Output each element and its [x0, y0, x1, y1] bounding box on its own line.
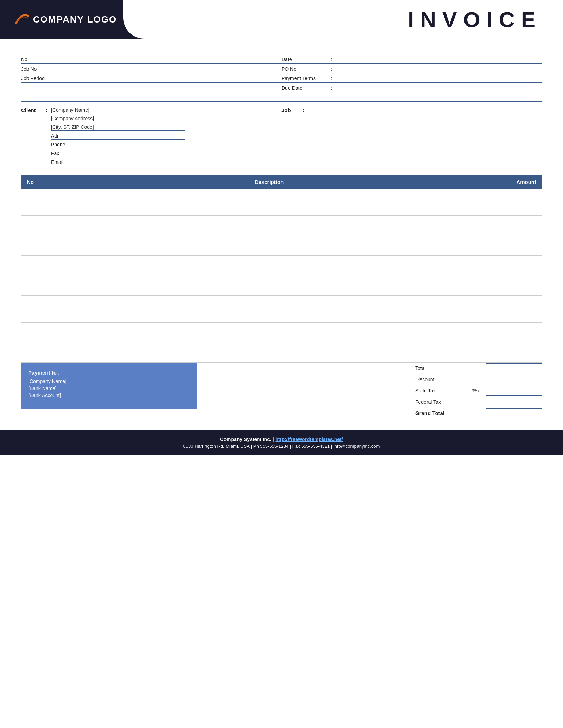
table-row — [21, 336, 542, 349]
jobperiod-field: Job Period : — [21, 75, 282, 83]
total-label: State Tax — [415, 388, 472, 394]
terms-label: Payment Terms — [282, 76, 331, 81]
logo-icon — [14, 12, 30, 26]
attn-row: Attn : — [51, 133, 185, 140]
total-row-1: Discount — [211, 375, 542, 384]
cell-no — [21, 349, 53, 362]
cell-amount — [486, 282, 542, 295]
client-section: Client : [Company Name] [Company Address… — [21, 107, 282, 168]
payment-account: [Bank Account] — [28, 392, 190, 398]
footer-company: Company System Inc. | — [220, 436, 275, 442]
payment-box: Payment to : [Company Name] [Bank Name] … — [21, 363, 197, 409]
job-line-4 — [308, 136, 442, 143]
company-name-field: [Company Name] — [51, 107, 185, 114]
fax-row: Fax : — [51, 150, 185, 157]
footer-link[interactable]: http://freewordtemplates.net/ — [276, 436, 343, 442]
totals-rows: Total Discount State Tax 3% Federal Tax … — [211, 363, 542, 418]
phone-label: Phone — [51, 142, 79, 147]
table-row — [21, 229, 542, 242]
cell-desc — [53, 255, 486, 269]
client-label: Client — [21, 107, 46, 113]
table-row — [21, 322, 542, 336]
cell-no — [21, 282, 53, 295]
top-fields-left: No : Job No : Job Period : — [21, 56, 282, 94]
table-row — [21, 215, 542, 229]
cell-desc — [53, 189, 486, 202]
top-divider — [21, 101, 542, 102]
payment-title: Payment to : — [28, 370, 190, 376]
city-zip-field: [City, ST, ZIP Code] — [51, 124, 185, 131]
invoice-title-area: INVOICE — [151, 0, 563, 39]
total-value-box — [486, 386, 542, 396]
table-row — [21, 242, 542, 255]
total-value-box — [486, 397, 542, 407]
duedate-field: Due Date : — [282, 85, 542, 92]
cell-amount — [486, 309, 542, 322]
table-header: No Description Amount — [21, 175, 542, 189]
pono-field: PO No : — [282, 66, 542, 73]
total-value-box — [486, 408, 542, 418]
bottom-section: Payment to : [Company Name] [Bank Name] … — [21, 363, 542, 420]
table-row — [21, 282, 542, 295]
email-label: Email — [51, 159, 79, 165]
cell-no — [21, 269, 53, 282]
cell-amount — [486, 242, 542, 255]
total-row-3: Federal Tax — [211, 397, 542, 407]
cell-amount — [486, 322, 542, 336]
cell-amount — [486, 255, 542, 269]
cell-desc — [53, 202, 486, 215]
table-row — [21, 202, 542, 215]
no-field: No : — [21, 56, 282, 64]
invoice-title: INVOICE — [408, 7, 542, 32]
cell-amount — [486, 189, 542, 202]
fax-label: Fax — [51, 151, 79, 156]
cell-no — [21, 229, 53, 242]
no-label: No — [21, 57, 70, 62]
company-logo: COMPANY LOGO — [14, 12, 117, 26]
total-value-box — [486, 363, 542, 373]
total-label: Total — [415, 365, 472, 371]
table-body — [21, 189, 542, 362]
payment-bank: [Bank Name] — [28, 385, 190, 391]
job-section: Job : — [282, 107, 542, 168]
cell-desc — [53, 269, 486, 282]
cell-no — [21, 215, 53, 229]
cell-desc — [53, 295, 486, 309]
cell-amount — [486, 269, 542, 282]
table-row — [21, 269, 542, 282]
table-row — [21, 309, 542, 322]
main-content: No : Job No : Job Period : Date : — [0, 39, 563, 420]
jobno-field: Job No : — [21, 66, 282, 73]
client-job-section: Client : [Company Name] [Company Address… — [21, 107, 542, 168]
table-row — [21, 349, 542, 362]
total-label: Discount — [415, 377, 472, 382]
phone-row: Phone : — [51, 141, 185, 148]
total-value-box — [486, 375, 542, 384]
cell-amount — [486, 215, 542, 229]
cell-desc — [53, 229, 486, 242]
cell-no — [21, 255, 53, 269]
table-row — [21, 295, 542, 309]
total-row-2: State Tax 3% — [211, 386, 542, 396]
total-row-0: Total — [211, 363, 542, 373]
footer-line1: Company System Inc. | http://freewordtem… — [7, 436, 556, 442]
cell-no — [21, 336, 53, 349]
totals-area: Total Discount State Tax 3% Federal Tax … — [197, 363, 542, 420]
email-row: Email : — [51, 159, 185, 166]
invoice-table: No Description Amount — [21, 175, 542, 363]
col-no: No — [21, 175, 53, 189]
job-line-3 — [308, 126, 442, 134]
col-amount: Amount — [486, 175, 542, 189]
jobno-label: Job No — [21, 66, 70, 72]
table-row — [21, 255, 542, 269]
payment-company: [Company Name] — [28, 378, 190, 384]
cell-desc — [53, 309, 486, 322]
total-label: Grand Total — [415, 410, 472, 416]
pono-label: PO No — [282, 66, 331, 72]
attn-label: Attn — [51, 133, 79, 139]
cell-no — [21, 295, 53, 309]
page-header: COMPANY LOGO INVOICE — [0, 0, 563, 39]
date-field: Date : — [282, 56, 542, 64]
logo-label: COMPANY LOGO — [33, 14, 117, 25]
cell-amount — [486, 336, 542, 349]
